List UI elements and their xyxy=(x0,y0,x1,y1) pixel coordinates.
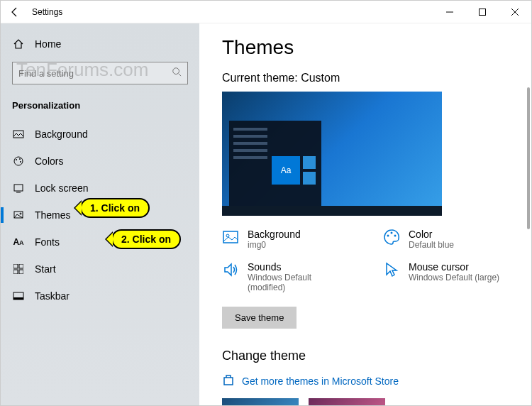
setting-mouse[interactable]: Mouse cursor Windows Default (large) xyxy=(383,261,509,282)
minimize-button[interactable] xyxy=(433,1,466,23)
svg-rect-15 xyxy=(13,270,18,274)
start-icon xyxy=(12,263,25,275)
callout-1: 1. Click on xyxy=(80,198,150,218)
title-bar: Settings xyxy=(1,1,531,23)
svg-rect-13 xyxy=(13,264,18,268)
svg-point-5 xyxy=(14,157,23,165)
setting-value: Default blue xyxy=(409,240,454,250)
setting-background[interactable]: Background img0 xyxy=(222,229,348,250)
sound-icon xyxy=(222,261,239,278)
sidebar-item-colors[interactable]: Colors xyxy=(1,148,199,175)
back-button[interactable] xyxy=(6,4,23,21)
palette-icon xyxy=(12,155,25,168)
svg-rect-1 xyxy=(480,9,486,15)
cursor-icon xyxy=(383,261,400,278)
themes-icon xyxy=(12,209,25,221)
setting-label: Background xyxy=(248,229,301,240)
home-icon xyxy=(12,38,25,50)
change-theme-heading: Change theme xyxy=(222,349,509,363)
sidebar-item-start[interactable]: Start xyxy=(1,256,199,282)
svg-point-12 xyxy=(20,213,21,214)
setting-color[interactable]: Color Default blue xyxy=(383,229,509,250)
store-link-label: Get more themes in Microsoft Store xyxy=(242,375,399,387)
taskbar-icon xyxy=(12,290,25,302)
svg-point-22 xyxy=(391,232,393,234)
callout-2: 2. Click on xyxy=(111,229,181,249)
svg-point-7 xyxy=(19,158,21,160)
svg-point-2 xyxy=(173,68,179,75)
store-link[interactable]: Get more themes in Microsoft Store xyxy=(222,373,509,388)
picture-icon xyxy=(12,128,25,141)
sidebar-item-label: Colors xyxy=(35,155,63,167)
sidebar-item-label: Lock screen xyxy=(35,182,88,194)
svg-point-23 xyxy=(394,235,397,237)
sidebar-item-label: Start xyxy=(35,263,56,275)
preview-tile: Aa xyxy=(272,156,300,185)
page-title: Themes xyxy=(222,36,509,59)
theme-thumbnail[interactable] xyxy=(309,398,385,405)
save-theme-button[interactable]: Save theme xyxy=(222,307,297,329)
svg-rect-14 xyxy=(19,264,23,268)
fonts-icon: AA xyxy=(12,236,25,248)
scrollbar[interactable] xyxy=(527,87,530,229)
setting-value: img0 xyxy=(248,240,301,250)
sidebar-item-background[interactable]: Background xyxy=(1,121,199,148)
lockscreen-icon xyxy=(12,182,25,194)
store-icon xyxy=(222,373,235,388)
svg-rect-16 xyxy=(19,270,23,274)
sidebar-item-label: Themes xyxy=(35,209,71,221)
svg-point-20 xyxy=(226,234,229,237)
window-controls xyxy=(433,1,531,23)
setting-value: Windows Default (modified) xyxy=(248,273,348,292)
svg-point-6 xyxy=(16,159,17,160)
svg-rect-9 xyxy=(14,185,23,191)
sidebar-item-label: Fonts xyxy=(35,236,60,248)
sidebar-item-taskbar[interactable]: Taskbar xyxy=(1,282,199,309)
watermark: TenForums.com xyxy=(16,59,148,81)
sidebar: TenForums.com Home Personalization Backg… xyxy=(1,23,199,405)
section-label: Personalization xyxy=(1,96,199,121)
svg-rect-18 xyxy=(13,297,23,300)
svg-line-3 xyxy=(179,74,182,77)
setting-label: Color xyxy=(409,229,454,240)
window-title: Settings xyxy=(32,7,62,17)
search-icon xyxy=(172,67,182,79)
current-theme-label: Current theme: Custom xyxy=(222,72,509,84)
svg-rect-19 xyxy=(223,231,238,243)
setting-value: Windows Default (large) xyxy=(409,273,499,282)
sidebar-item-label: Background xyxy=(35,128,88,140)
maximize-button[interactable] xyxy=(466,1,499,23)
setting-label: Mouse cursor xyxy=(409,261,499,273)
content-area: Themes Current theme: Custom Aa xyxy=(199,23,531,405)
preview-tile-small xyxy=(303,156,316,169)
svg-point-21 xyxy=(387,235,389,237)
svg-point-8 xyxy=(20,161,21,163)
sidebar-item-label: Taskbar xyxy=(35,290,70,302)
palette-icon xyxy=(383,229,400,246)
setting-label: Sounds xyxy=(248,261,348,273)
theme-thumbnail[interactable] xyxy=(222,398,299,405)
setting-sounds[interactable]: Sounds Windows Default (modified) xyxy=(222,261,348,292)
theme-preview[interactable]: Aa xyxy=(222,92,442,216)
svg-rect-4 xyxy=(13,131,23,138)
picture-icon xyxy=(222,229,239,246)
close-button[interactable] xyxy=(499,1,531,23)
preview-tile-small xyxy=(303,172,316,185)
home-link[interactable]: Home xyxy=(1,32,199,56)
home-label: Home xyxy=(35,38,61,50)
theme-thumbnails xyxy=(222,398,509,405)
